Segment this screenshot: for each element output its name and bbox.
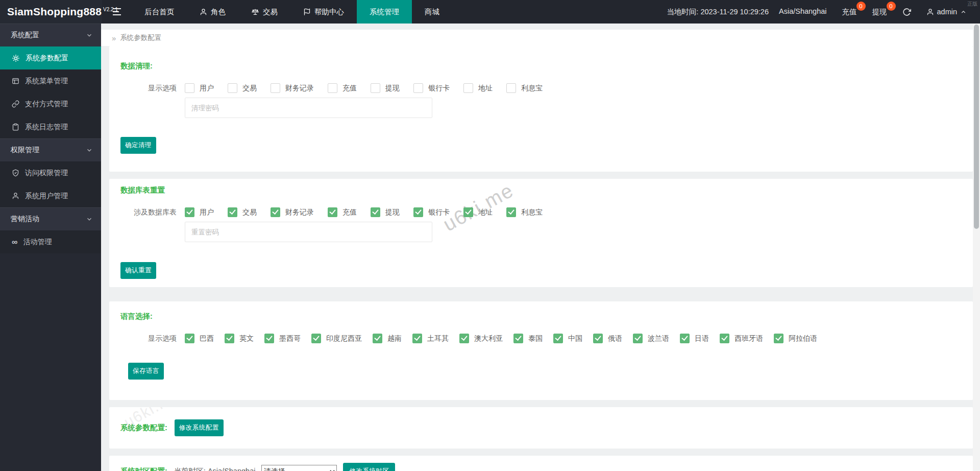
scrollbar-track[interactable] xyxy=(973,23,980,471)
app-logo: SiamShopping888 V2.2.1 xyxy=(0,0,102,23)
checkbox-option[interactable]: 越南 xyxy=(373,334,402,343)
checkbox-option[interactable]: 阿拉伯语 xyxy=(774,334,817,343)
checkbox-label: 财务记录 xyxy=(285,208,314,217)
checkbox-option[interactable]: 财务记录 xyxy=(271,83,314,93)
sidebar-item-access-permissions[interactable]: 访问权限管理 xyxy=(0,161,101,184)
checkbox-icon[interactable] xyxy=(463,207,473,217)
checkbox-label: 充值 xyxy=(342,208,357,217)
nav-item-roles[interactable]: 角色 xyxy=(187,0,238,23)
sidebar-item-activity-management[interactable]: ∞ 活动管理 xyxy=(0,230,101,253)
checkbox-icon[interactable] xyxy=(506,83,516,93)
nav-item-help-center[interactable]: 帮助中心 xyxy=(290,0,357,23)
checkbox-option[interactable]: 交易 xyxy=(228,207,257,217)
checkbox-icon[interactable] xyxy=(373,334,382,343)
checkbox-icon[interactable] xyxy=(774,334,783,343)
checkbox-option[interactable]: 利息宝 xyxy=(506,207,543,217)
checkbox-option[interactable]: 澳大利亚 xyxy=(459,334,503,343)
modify-system-config-button[interactable]: 修改系统配置 xyxy=(175,419,224,436)
clean-password-input[interactable] xyxy=(185,98,432,118)
checkbox-option[interactable]: 银行卡 xyxy=(413,83,450,93)
checkbox-icon[interactable] xyxy=(553,334,563,343)
checkbox-icon[interactable] xyxy=(185,83,194,93)
sidebar-section-system-config[interactable]: 系统配置 xyxy=(0,23,101,46)
checkbox-icon[interactable] xyxy=(271,83,280,93)
checkbox-icon[interactable] xyxy=(413,83,423,93)
checkbox-icon[interactable] xyxy=(311,334,321,343)
sidebar-item-system-params[interactable]: 系统参数配置 xyxy=(0,46,101,69)
withdraw-button[interactable]: 提现 0 xyxy=(872,7,887,17)
checkbox-option[interactable]: 泰国 xyxy=(513,334,543,343)
nav-item-label: 角色 xyxy=(211,7,226,17)
checkbox-option[interactable]: 交易 xyxy=(228,83,257,93)
modify-timezone-button[interactable]: 修改系统时区 xyxy=(343,463,395,471)
recharge-label: 充值 xyxy=(842,8,857,16)
checkbox-icon[interactable] xyxy=(413,207,423,217)
checkbox-option[interactable]: 充值 xyxy=(328,207,357,217)
sidebar-item-payment-methods[interactable]: 支付方式管理 xyxy=(0,92,101,115)
checkbox-icon[interactable] xyxy=(225,334,234,343)
checkbox-option[interactable]: 银行卡 xyxy=(413,207,450,217)
sidebar-item-system-users[interactable]: 系统用户管理 xyxy=(0,184,101,207)
checkbox-icon[interactable] xyxy=(371,207,380,217)
table-reset-title: 数据库表重置 xyxy=(120,185,962,195)
checkbox-label: 墨西哥 xyxy=(279,334,301,343)
checkbox-option[interactable]: 日语 xyxy=(680,334,709,343)
user-menu[interactable]: admin xyxy=(926,8,967,16)
sidebar-item-system-logs[interactable]: 系统日志管理 xyxy=(0,115,101,138)
checkbox-option[interactable]: 利息宝 xyxy=(506,83,543,93)
checkbox-icon[interactable] xyxy=(506,207,516,217)
checkbox-option[interactable]: 中国 xyxy=(553,334,582,343)
confirm-reset-button[interactable]: 确认重置 xyxy=(120,262,156,279)
checkbox-icon[interactable] xyxy=(228,83,237,93)
checkbox-option[interactable]: 提现 xyxy=(371,83,400,93)
checkbox-icon[interactable] xyxy=(633,334,643,343)
nav-item-system-management[interactable]: 系统管理 xyxy=(357,0,412,23)
save-language-button[interactable]: 保存语言 xyxy=(128,363,164,380)
checkbox-option[interactable]: 地址 xyxy=(463,207,493,217)
checkbox-icon[interactable] xyxy=(271,207,280,217)
checkbox-option[interactable]: 土耳其 xyxy=(412,334,449,343)
checkbox-icon[interactable] xyxy=(371,83,380,93)
sidebar-item-system-menu[interactable]: 系统菜单管理 xyxy=(0,69,101,92)
scrollbar-thumb[interactable] xyxy=(974,25,979,229)
checkbox-icon[interactable] xyxy=(185,334,194,343)
checkbox-icon[interactable] xyxy=(328,83,337,93)
breadcrumb-separator-icon: » xyxy=(112,34,116,42)
checkbox-option[interactable]: 俄语 xyxy=(593,334,622,343)
nav-item-mall[interactable]: 商城 xyxy=(412,0,452,23)
checkbox-icon[interactable] xyxy=(264,334,274,343)
checkbox-icon[interactable] xyxy=(720,334,729,343)
checkbox-icon[interactable] xyxy=(185,207,194,217)
checkbox-icon[interactable] xyxy=(328,207,337,217)
checkbox-option[interactable]: 波兰语 xyxy=(633,334,669,343)
checkbox-icon[interactable] xyxy=(463,83,473,93)
nav-item-dashboard[interactable]: 后台首页 xyxy=(132,0,187,23)
nav-item-label: 后台首页 xyxy=(144,7,174,17)
checkbox-icon[interactable] xyxy=(412,334,422,343)
reset-password-input[interactable] xyxy=(185,222,432,242)
checkbox-icon[interactable] xyxy=(228,207,237,217)
checkbox-icon[interactable] xyxy=(593,334,603,343)
checkbox-option[interactable]: 地址 xyxy=(463,83,493,93)
checkbox-option[interactable]: 英文 xyxy=(225,334,254,343)
sidebar-section-marketing[interactable]: 营销活动 xyxy=(0,207,101,230)
checkbox-option[interactable]: 充值 xyxy=(328,83,357,93)
sidebar-section-permissions[interactable]: 权限管理 xyxy=(0,138,101,161)
recharge-button[interactable]: 充值 0 xyxy=(842,7,857,17)
checkbox-option[interactable]: 财务记录 xyxy=(271,207,314,217)
refresh-icon[interactable] xyxy=(902,8,911,16)
checkbox-icon[interactable] xyxy=(680,334,690,343)
nav-item-trade[interactable]: 交易 xyxy=(238,0,290,23)
checkbox-option[interactable]: 用户 xyxy=(185,207,214,217)
checkbox-option[interactable]: 印度尼西亚 xyxy=(311,334,362,343)
checkbox-option[interactable]: 墨西哥 xyxy=(264,334,301,343)
confirm-clean-button[interactable]: 确定清理 xyxy=(120,137,156,154)
checkbox-option[interactable]: 西班牙语 xyxy=(720,334,763,343)
checkbox-option[interactable]: 用户 xyxy=(185,83,214,93)
checkbox-icon[interactable] xyxy=(459,334,469,343)
checkbox-icon[interactable] xyxy=(513,334,523,343)
menu-collapse-button[interactable] xyxy=(102,0,132,23)
timezone-select[interactable]: 请选择 xyxy=(261,465,337,471)
checkbox-option[interactable]: 提现 xyxy=(371,207,400,217)
checkbox-option[interactable]: 巴西 xyxy=(185,334,214,343)
